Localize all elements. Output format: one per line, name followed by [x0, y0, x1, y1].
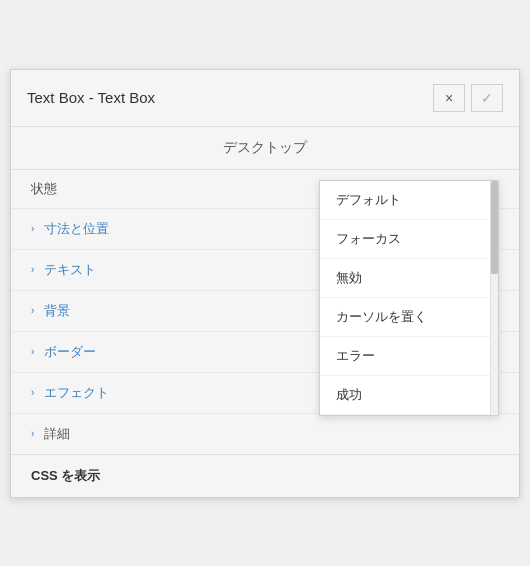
chevron-right-icon: ›: [31, 223, 34, 234]
section-details-label: 詳細: [44, 425, 70, 443]
section-text-label: テキスト: [44, 261, 96, 279]
panel-title: Text Box - Text Box: [27, 89, 155, 106]
chevron-right-icon: ›: [31, 305, 34, 316]
chevron-right-icon: ›: [31, 346, 34, 357]
chevron-right-icon: ›: [31, 387, 34, 398]
section-border-label: ボーダー: [44, 343, 96, 361]
scrollbar-thumb: [491, 181, 498, 275]
header-actions: × ✓: [433, 84, 503, 112]
dropdown-item-focus[interactable]: フォーカス: [320, 220, 498, 259]
section-effects-label: エフェクト: [44, 384, 109, 402]
chevron-right-icon: ›: [31, 428, 34, 439]
section-dimensions-label: 寸法と位置: [44, 220, 109, 238]
dropdown-item-default[interactable]: デフォルト: [320, 181, 498, 220]
header: Text Box - Text Box × ✓: [11, 70, 519, 127]
confirm-button[interactable]: ✓: [471, 84, 503, 112]
section-details[interactable]: › 詳細: [11, 413, 519, 454]
dropdown-item-success[interactable]: 成功: [320, 376, 498, 415]
show-css-button[interactable]: CSS を表示: [11, 454, 519, 497]
desktop-label: デスクトップ: [11, 127, 519, 170]
panel: Text Box - Text Box × ✓ デスクトップ 状態 デフォルト …: [10, 69, 520, 498]
dropdown-menu: デフォルト フォーカス 無効 カーソルを置く エラー 成功: [319, 180, 499, 416]
dropdown-item-disabled[interactable]: 無効: [320, 259, 498, 298]
close-button[interactable]: ×: [433, 84, 465, 112]
section-background-label: 背景: [44, 302, 70, 320]
state-label: 状態: [31, 180, 57, 198]
dropdown-item-error[interactable]: エラー: [320, 337, 498, 376]
state-row: 状態 デフォルト ▼ デフォルト フォーカス 無効 カーソルを置く エラー 成功: [11, 170, 519, 208]
dropdown-item-hover[interactable]: カーソルを置く: [320, 298, 498, 337]
chevron-right-icon: ›: [31, 264, 34, 275]
dropdown-scrollbar: [490, 181, 498, 415]
state-dropdown-container: デフォルト ▼ デフォルト フォーカス 無効 カーソルを置く エラー 成功: [420, 180, 499, 198]
